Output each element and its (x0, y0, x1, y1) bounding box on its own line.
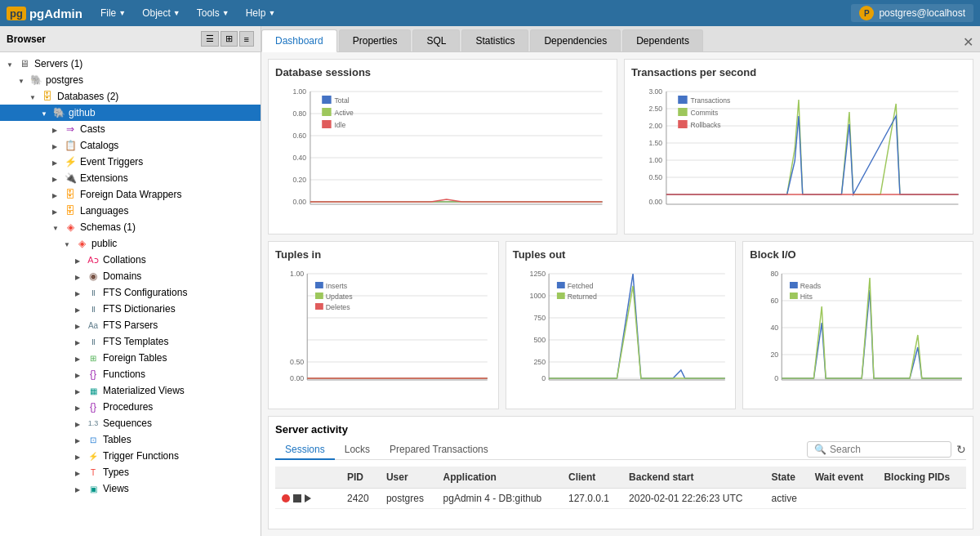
app-logo: pg pgAdmin (7, 7, 82, 20)
tab-prepared-transactions[interactable]: Prepared Transactions (380, 440, 498, 460)
sidebar-item-domains[interactable]: ◉ Domains (0, 268, 261, 284)
col-application[interactable]: Application (437, 467, 562, 489)
sidebar-item-sequences[interactable]: 1.3 Sequences (0, 415, 261, 431)
sidebar-item-label: Domains (103, 270, 141, 282)
sidebar-item-trigger-functions[interactable]: ⚡ Trigger Functions (0, 448, 261, 464)
tuples-out-svg: 1250 1000 750 500 250 0 Fe (513, 266, 729, 388)
tab-properties[interactable]: Properties (339, 29, 412, 51)
sidebar-item-github[interactable]: 🐘 github (0, 105, 261, 121)
sidebar-item-public[interactable]: ◈ public (0, 235, 261, 252)
sidebar-item-label: Collations (103, 254, 146, 266)
col-user[interactable]: User (380, 467, 437, 489)
tab-statistics-label: Statistics (475, 35, 514, 47)
menu-tools[interactable]: Tools ▼ (189, 0, 238, 26)
expand-icon (75, 354, 87, 363)
sidebar-item-tables[interactable]: ⊡ Tables (0, 431, 261, 448)
sidebar-item-label: Databases (2) (57, 91, 118, 102)
tab-sql[interactable]: SQL (412, 29, 460, 51)
sidebar-item-postgres[interactable]: 🐘 postgres (0, 72, 261, 88)
play-icon[interactable] (305, 494, 311, 502)
sidebar-item-event-triggers[interactable]: ⚡ Event Triggers (0, 154, 261, 170)
sidebar-item-fdw[interactable]: 🗄 Foreign Data Wrappers (0, 186, 261, 203)
svg-text:Total: Total (334, 96, 349, 105)
svg-text:500: 500 (533, 336, 546, 344)
sidebar-item-fts-templates[interactable]: Ⅱ FTS Templates (0, 333, 261, 350)
tuples-in-title: Tuples in (275, 248, 492, 261)
col-controls (275, 467, 341, 489)
col-pid[interactable]: PID (341, 467, 380, 489)
menu-help[interactable]: Help ▼ (238, 0, 284, 26)
sidebar-item-label: Extensions (80, 172, 128, 184)
tuples-out-title: Tuples out (513, 248, 729, 261)
server-icon: 🖥 (18, 57, 31, 70)
close-icon[interactable]: ✕ (963, 34, 973, 50)
sidebar-item-catalogs[interactable]: 📋 Catalogs (0, 137, 261, 154)
sidebar-item-fts-config[interactable]: Ⅱ FTS Configurations (0, 284, 261, 301)
tab-locks[interactable]: Locks (335, 440, 380, 460)
refresh-icon[interactable]: ↻ (956, 443, 966, 456)
menu-object[interactable]: Object ▼ (134, 0, 189, 26)
stop-icon[interactable] (293, 494, 301, 502)
sidebar-item-label: Servers (1) (34, 58, 82, 69)
expand-icon (75, 485, 87, 494)
expand-icon (75, 337, 87, 346)
sidebar-btn-1[interactable]: ☰ (201, 31, 219, 47)
expand-icon (41, 109, 52, 118)
sidebar-item-label: Foreign Tables (103, 352, 167, 364)
tab-dashboard[interactable]: Dashboard (261, 29, 337, 52)
sidebar-btn-3[interactable]: ≡ (239, 31, 254, 47)
menu-object-label: Object (142, 7, 171, 19)
catalog-icon: 📋 (64, 139, 77, 152)
sidebar-item-types[interactable]: T Types (0, 464, 261, 480)
sidebar-item-languages[interactable]: 🗄 Languages (0, 203, 261, 219)
content-area: Dashboard Properties SQL Statistics Depe… (261, 26, 980, 536)
fts-template-icon: Ⅱ (87, 335, 100, 348)
table-icon: ⊡ (87, 433, 100, 446)
sidebar-item-schemas[interactable]: ◈ Schemas (1) (0, 219, 261, 235)
expand-icon (52, 223, 64, 232)
tab-dependents[interactable]: Dependents (622, 29, 703, 51)
ext-icon: 🔌 (64, 172, 77, 185)
ftable-icon: ⊞ (87, 351, 100, 364)
svg-text:60: 60 (771, 297, 779, 305)
sidebar-item-databases[interactable]: 🗄 Databases (2) (0, 88, 261, 105)
sidebar-item-label: postgres (46, 74, 83, 86)
cell-client: 127.0.0.1 (562, 488, 622, 508)
sidebar-item-foreign-tables[interactable]: ⊞ Foreign Tables (0, 350, 261, 366)
fts-config-icon: Ⅱ (87, 286, 100, 299)
sidebar-item-casts[interactable]: ⇒ Casts (0, 121, 261, 137)
svg-rect-40 (678, 120, 687, 128)
block-io-panel: Block I/O 80 60 40 (742, 241, 973, 409)
sidebar-item-servers[interactable]: 🖥 Servers (1) (0, 56, 261, 72)
trigger-icon: ⚡ (64, 155, 77, 168)
sidebar-item-collations[interactable]: Aↄ Collations (0, 252, 261, 268)
sidebar-btn-2[interactable]: ⊞ (220, 31, 238, 47)
expand-icon (52, 207, 64, 216)
col-wait-event[interactable]: Wait event (808, 467, 878, 489)
sidebar-item-fts-parsers[interactable]: Aa FTS Parsers (0, 317, 261, 333)
menu-file[interactable]: File ▼ (92, 0, 134, 26)
tab-statistics[interactable]: Statistics (461, 29, 528, 51)
sidebar-item-label: public (91, 238, 117, 249)
tab-sessions[interactable]: Sessions (275, 440, 335, 460)
search-input[interactable] (830, 444, 944, 455)
svg-text:2.00: 2.00 (648, 122, 662, 130)
sidebar-item-matviews[interactable]: ▦ Materialized Views (0, 382, 261, 399)
sidebar-item-procedures[interactable]: {} Procedures (0, 399, 261, 415)
sidebar-item-extensions[interactable]: 🔌 Extensions (0, 170, 261, 186)
sidebar-tree: 🖥 Servers (1) 🐘 postgres 🗄 Databases (2)… (0, 52, 261, 536)
col-state[interactable]: State (765, 467, 808, 489)
tab-dependencies[interactable]: Dependencies (530, 29, 621, 51)
sessions-table: PID User Application Client Backend star… (275, 467, 966, 509)
expand-icon (75, 436, 87, 444)
sidebar-item-label: github (69, 107, 96, 118)
sidebar-item-views[interactable]: ▣ Views (0, 480, 261, 497)
col-backend-start[interactable]: Backend start (622, 467, 764, 489)
col-client[interactable]: Client (562, 467, 622, 489)
tps-title: Transactions per second (631, 66, 966, 78)
sidebar-item-fts-dict[interactable]: Ⅱ FTS Dictionaries (0, 301, 261, 317)
tab-locks-label: Locks (345, 444, 370, 455)
sidebar-item-functions[interactable]: {} Functions (0, 366, 261, 382)
expand-icon (52, 174, 64, 183)
col-blocking-pids[interactable]: Blocking PIDs (877, 467, 966, 489)
